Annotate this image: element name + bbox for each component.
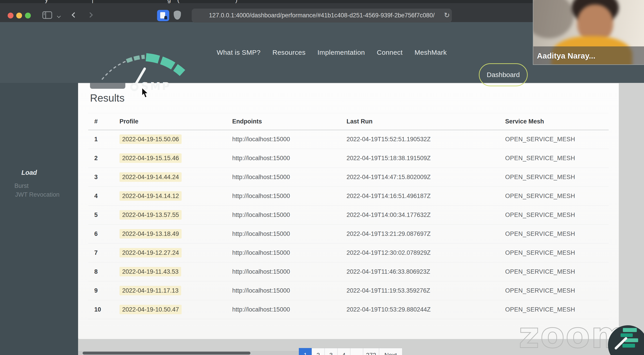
cell-profile[interactable]: 2022-04-19-14.14.12 [120, 187, 232, 206]
cell-num: 4 [88, 187, 120, 206]
chevron-down-icon[interactable] [57, 14, 61, 18]
cell-profile[interactable]: 2022-04-19-12.27.24 [120, 243, 232, 262]
webcam-overlay: Aaditya Naray... [533, 0, 644, 65]
smp-floating-badge[interactable] [608, 325, 644, 355]
minimize-window-button[interactable] [16, 13, 22, 19]
cell-servicemesh: OPEN_SERVICE_MESH [505, 187, 609, 206]
cell-servicemesh: OPEN_SERVICE_MESH [505, 281, 609, 300]
close-window-button[interactable] [8, 13, 14, 19]
cell-num: 7 [88, 243, 120, 262]
title-fragment: | [92, 0, 94, 3]
refresh-icon[interactable]: ↻ [442, 9, 452, 23]
cell-lastrun: 2022-04-19T13:21:29.087697Z [346, 225, 505, 243]
cell-servicemesh: OPEN_SERVICE_MESH [505, 149, 609, 168]
cell-servicemesh: OPEN_SERVICE_MESH [505, 168, 609, 187]
privacy-shield-icon[interactable] [174, 11, 181, 20]
page-button-next[interactable]: Next [379, 348, 402, 355]
profile-highlight: 2022-04-19-13.18.49 [120, 229, 182, 239]
profile-highlight: 2022-04-19-11.17.13 [120, 286, 181, 295]
content-area: Results # Profile Endpoints Last Run Ser… [78, 83, 644, 355]
page-button-1[interactable]: 1 [299, 348, 312, 355]
cell-profile[interactable]: 2022-04-19-13.57.55 [120, 206, 232, 225]
mouse-cursor [141, 87, 150, 99]
webcam-background [533, 0, 574, 38]
cell-endpoint: http://localhost:15000 [232, 168, 346, 187]
table-row[interactable]: 3 2022-04-19-14.44.24 http://localhost:1… [88, 168, 609, 187]
zoom-window-button[interactable] [25, 13, 31, 19]
forward-button[interactable] [87, 12, 93, 18]
title-fragment: ( [177, 0, 179, 3]
cell-endpoint: http://localhost:15000 [232, 187, 346, 206]
cell-lastrun: 2022-04-19T14:47:15.802009Z [346, 168, 505, 187]
cell-profile[interactable]: 2022-04-19-10.50.47 [120, 300, 232, 319]
cell-profile[interactable]: 2022-04-19-11.43.53 [120, 262, 232, 281]
sidebar-item-burst[interactable]: Burst [14, 182, 28, 189]
cell-profile[interactable]: 2022-04-19-13.18.49 [120, 225, 232, 243]
cell-lastrun: 2022-04-19T14:00:34.177632Z [346, 206, 505, 225]
cell-endpoint: http://localhost:15000 [232, 243, 346, 262]
smp-logo[interactable]: SMP [100, 52, 188, 92]
cell-lastrun: 2022-04-19T11:19:53.359276Z [346, 281, 505, 300]
nav-meshmark[interactable]: MeshMark [414, 49, 447, 56]
table-row[interactable]: 9 2022-04-19-11.17.13 http://localhost:1… [88, 281, 609, 300]
participant-name: Aaditya Naray... [537, 51, 596, 60]
nav-implementation[interactable]: Implementation [318, 49, 365, 56]
pagination: 1 2 3 4 … 272 Next [299, 348, 402, 355]
horizontal-scrollbar-thumb[interactable] [82, 351, 250, 354]
profile-highlight: 2022-04-19-15.15.46 [120, 153, 182, 163]
address-bar[interactable]: 127.0.0.1:4000/dashboard/performance/#41… [192, 9, 452, 23]
col-header-num: # [88, 113, 120, 130]
cell-endpoint: http://localhost:15000 [232, 281, 346, 300]
nav-connect[interactable]: Connect [377, 49, 403, 56]
page-button-last[interactable]: 272 [363, 348, 379, 355]
smp-badge-logo-icon [608, 325, 644, 355]
cell-profile[interactable]: 2022-04-19-15.50.06 [120, 130, 232, 149]
table-row[interactable]: 2 2022-04-19-15.15.46 http://localhost:1… [88, 149, 609, 168]
back-button[interactable] [72, 12, 77, 18]
cell-endpoint: http://localhost:15000 [232, 149, 346, 168]
cell-lastrun: 2022-04-19T14:16:51.496187Z [346, 187, 505, 206]
profile-highlight: 2022-04-19-14.44.24 [120, 172, 182, 182]
title-fragment: g [168, 0, 171, 3]
cell-num: 8 [88, 262, 120, 281]
page-title: Results [90, 92, 124, 104]
page-button-3[interactable]: 3 [324, 348, 338, 355]
col-header-endpoints: Endpoints [232, 113, 346, 130]
cell-lastrun: 2022-04-19T11:46:33.806923Z [346, 262, 505, 281]
nav-what-is-smp[interactable]: What is SMP? [217, 49, 260, 56]
profile-highlight: 2022-04-19-11.43.53 [120, 267, 181, 276]
cell-servicemesh: OPEN_SERVICE_MESH [505, 262, 609, 281]
cell-lastrun: 2022-04-19T15:18:38.191509Z [346, 149, 505, 168]
cell-num: 2 [88, 149, 120, 168]
page-button-2[interactable]: 2 [312, 348, 325, 355]
page-button-4[interactable]: 4 [337, 348, 350, 355]
table-row[interactable]: 6 2022-04-19-13.18.49 http://localhost:1… [88, 225, 609, 243]
table-row[interactable]: 7 2022-04-19-12.27.24 http://localhost:1… [88, 243, 609, 262]
screen: y | g ( ) 127.0.0.1:4000/dashboard/perfo… [0, 0, 644, 355]
nav-resources[interactable]: Resources [272, 49, 306, 56]
col-header-servicemesh: Service Mesh [505, 113, 609, 130]
sidebar-item-jwt-revocation[interactable]: JWT Revocation [15, 191, 60, 198]
cell-profile[interactable]: 2022-04-19-14.44.24 [120, 168, 232, 187]
cell-servicemesh: OPEN_SERVICE_MESH [505, 130, 609, 149]
sidebar-item-load[interactable]: Load [22, 169, 37, 176]
sidebar-toggle-icon[interactable] [42, 11, 52, 19]
cell-profile[interactable]: 2022-04-19-11.17.13 [120, 281, 232, 300]
profile-highlight: 2022-04-19-10.50.47 [120, 305, 182, 314]
cell-endpoint: http://localhost:15000 [232, 300, 346, 319]
profile-highlight: 2022-04-19-14.14.12 [120, 191, 182, 201]
title-fragment: y [45, 0, 48, 3]
table-row[interactable]: 8 2022-04-19-11.43.53 http://localhost:1… [88, 262, 609, 281]
nav-dashboard-button[interactable]: Dashboard [479, 63, 528, 86]
profile-highlight: 2022-04-19-13.57.55 [120, 210, 182, 220]
page-button-ellipsis[interactable]: … [350, 348, 363, 355]
profile-highlight: 2022-04-19-12.27.24 [120, 248, 182, 257]
cell-num: 9 [88, 281, 120, 300]
cell-num: 1 [88, 130, 120, 149]
passkey-icon[interactable] [157, 10, 169, 21]
cell-profile[interactable]: 2022-04-19-15.15.46 [120, 149, 232, 168]
table-row[interactable]: 4 2022-04-19-14.14.12 http://localhost:1… [88, 187, 609, 206]
table-row[interactable]: 1 2022-04-19-15.50.06 http://localhost:1… [88, 130, 609, 149]
cell-endpoint: http://localhost:15000 [232, 262, 346, 281]
table-row[interactable]: 5 2022-04-19-13.57.55 http://localhost:1… [88, 206, 609, 225]
